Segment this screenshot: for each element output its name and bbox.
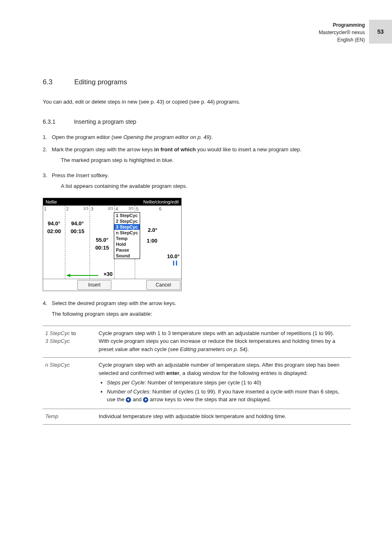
col-1-num: 1	[44, 206, 46, 211]
row1-label: 1 StepCyc to 3 StepCyc	[43, 326, 96, 358]
col-3-frac: 2/3	[108, 206, 113, 210]
step-4: 4. Select the desired program step with …	[43, 299, 351, 321]
softkey-cancel[interactable]: Cancel	[146, 280, 180, 290]
device-path: Nellie/cloning/edit	[143, 199, 179, 204]
col-1-time: 02:00	[43, 228, 65, 234]
row2-desc: Cycle program step with an adjustable nu…	[96, 358, 351, 409]
row1-desc: Cycle program step with 1 to 3 temperatu…	[96, 326, 351, 358]
device-graph-area: 1 94.0° 02:00 2 1/3 94.0° 00:15 3 2/3 55…	[43, 206, 181, 279]
row2-li1: Steps per Cycle: Number of temperature s…	[107, 379, 348, 387]
step-2-text-pre: Mark the program step with the arrow key…	[52, 146, 154, 153]
device-user: Nellie	[46, 199, 57, 204]
col-3-num: 3	[91, 206, 93, 211]
section-title: Editing programs	[74, 78, 127, 86]
col-6-temp: 10.0°	[167, 253, 180, 259]
col-2-frac: 1/3	[83, 206, 88, 210]
arrow-left-icon	[126, 397, 131, 402]
col-4-frac: 3/3	[128, 206, 134, 210]
menu-item-1stepcyc[interactable]: 1 StepCyc	[114, 213, 140, 218]
step-1-text-post: .	[211, 134, 213, 140]
section-6-3-1-heading: 6.3.1 Inserting a program step	[43, 118, 351, 125]
col-5-temp: 2.0°	[148, 227, 157, 233]
menu-item-2stepcyc[interactable]: 2 StepCyc	[114, 218, 140, 224]
softkey-insert[interactable]: Insert	[77, 280, 111, 290]
menu-item-sound[interactable]: Sound	[114, 253, 140, 259]
arrow-right-icon	[143, 397, 148, 402]
section-number: 6.3	[43, 78, 72, 86]
step-4-text: Select the desired program step with the…	[52, 300, 176, 306]
table-row: 1 StepCyc to 3 StepCyc Cycle program ste…	[43, 326, 351, 358]
col-4-num: 4	[115, 206, 118, 211]
page-header: Programming Mastercycler® nexus English …	[319, 20, 392, 44]
row2-desc-post: , a dialog window for the following entr…	[180, 370, 308, 376]
device-softkeys: Insert Cancel	[43, 279, 181, 291]
step-1-text-pre: Open the program editor (see	[52, 134, 123, 140]
row3-desc: Individual temperature step with adjusta…	[96, 409, 351, 425]
row2-li1-em: Steps per Cycle	[107, 379, 145, 386]
row3-label: Temp	[43, 409, 96, 425]
col-2-temp: 94.0°	[65, 220, 90, 227]
row1-desc2-post: .	[247, 346, 249, 352]
col-5-time: 1:00	[147, 238, 157, 244]
row1-desc1: Cycle program step with 1 to 3 temperatu…	[99, 330, 334, 336]
program-steps-table: 1 StepCyc to 3 StepCyc Cycle program ste…	[43, 326, 351, 425]
col-3-time: 00:15	[90, 245, 114, 251]
pause-icon	[173, 261, 177, 266]
step-3: 3. Press the Insert softkey. A list appe…	[43, 171, 351, 194]
svg-marker-1	[66, 274, 70, 277]
row1-label-mid: to	[70, 330, 76, 336]
step-4-sub: The following program steps are availabl…	[52, 310, 348, 318]
row1-label-b: 3 StepCyc	[45, 338, 70, 344]
cycle-arrow-icon	[66, 274, 99, 277]
menu-item-pause[interactable]: Pause	[114, 247, 140, 253]
row2-desc-bold: enter	[166, 370, 180, 376]
step-3-text-post: softkey.	[89, 172, 108, 178]
row1-label-a: 1 StepCyc	[45, 330, 70, 336]
step-type-menu[interactable]: 1 StepCyc 2 StepCyc 3 StepCyc n StepCyc …	[114, 212, 140, 259]
step-2-text-post: you would like to insert a new program s…	[196, 146, 301, 153]
device-screenshot: Nellie Nellie/cloning/edit 1 94.0° 02:00…	[43, 198, 182, 291]
col-3-temp: 55.0°	[90, 237, 114, 243]
row2-li2-em: Number of Cycles	[107, 388, 149, 395]
subsection-number: 6.3.1	[43, 118, 72, 125]
step-1-ref: Opening the program editor on p. 49)	[123, 134, 211, 140]
row2-li2-post: arrow keys to view the steps that are no…	[148, 396, 271, 402]
instruction-list-cont: 4. Select the desired program step with …	[43, 299, 351, 321]
col-2-num: 2	[66, 206, 69, 211]
menu-item-nstepcyc[interactable]: n StepCyc	[114, 230, 140, 236]
menu-item-hold[interactable]: Hold	[114, 241, 140, 247]
table-row: n StepCyc Cycle program step with an adj…	[43, 358, 351, 409]
subsection-title: Inserting a program step	[74, 118, 136, 125]
step-2: 2. Mark the program step with the arrow …	[43, 146, 351, 168]
step-3-text-pre: Press the	[52, 172, 76, 178]
col-6-num: 6	[159, 206, 161, 211]
header-product: Mastercycler® nexus	[319, 29, 365, 36]
menu-item-3stepcyc[interactable]: 3 StepCyc	[114, 224, 140, 230]
row2-li1-post: : Number of temperature steps per cycle …	[145, 379, 261, 386]
cycles-x30: ×30	[104, 271, 113, 277]
page-number-badge: 53	[369, 20, 392, 44]
header-section: Programming	[319, 21, 365, 29]
step-3-em: Insert	[76, 172, 90, 178]
instruction-list: 1. Open the program editor (see Opening …	[43, 133, 351, 194]
col-2-time: 00:15	[65, 228, 90, 234]
step-2-sub: The marked program step is highlighted i…	[61, 156, 348, 164]
col-1-temp: 94.0°	[43, 220, 65, 227]
row1-desc2-em: Editing parameters on p. 54)	[180, 346, 247, 352]
step-1: 1. Open the program editor (see Opening …	[43, 133, 351, 141]
device-titlebar: Nellie Nellie/cloning/edit	[43, 198, 181, 206]
row2-label: n StepCyc	[43, 358, 96, 409]
section-6-3-heading: 6.3 Editing programs	[43, 78, 351, 86]
step-3-sub: A list appears containing the available …	[61, 182, 348, 190]
col-5-num: 5	[136, 206, 138, 211]
header-lang: English (EN)	[319, 36, 365, 44]
row2-li2: Number of Cycles: Number of cycles (1 to…	[107, 388, 348, 404]
step-2-bold: in front of which	[154, 146, 196, 153]
table-row: Temp Individual temperature step with ad…	[43, 409, 351, 425]
menu-item-temp[interactable]: Temp	[114, 236, 140, 241]
section-intro: You can add, edit or delete steps in new…	[43, 98, 351, 106]
